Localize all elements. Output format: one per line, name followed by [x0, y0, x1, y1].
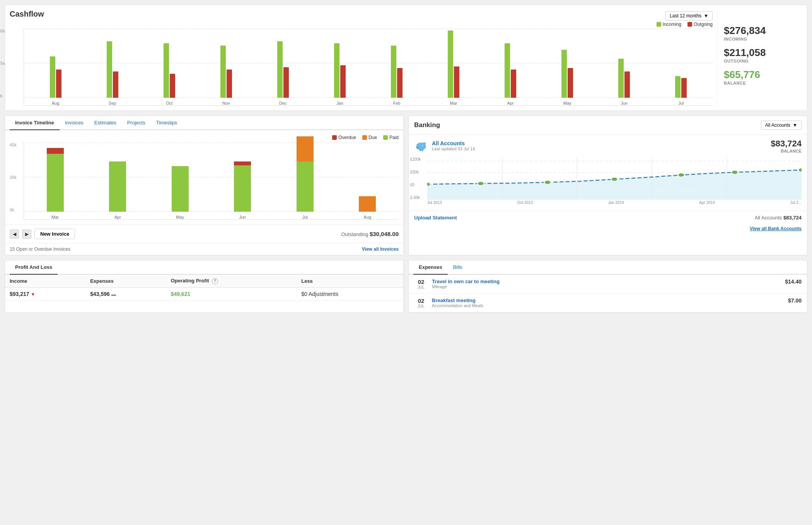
tab-projects[interactable]: Projects: [122, 116, 151, 130]
bar-month-label: Jan: [336, 101, 343, 105]
outstanding-value: $30,048.00: [370, 231, 399, 237]
tab-invoices[interactable]: Invoices: [60, 116, 89, 130]
outgoing-legend-label: Outgoing: [694, 22, 713, 27]
incoming-bar: [220, 46, 226, 98]
svg-point-16: [478, 182, 484, 185]
cashflow-sidebar: $276,834 INCOMING $211,058 OUTGOING $65,…: [717, 10, 802, 106]
view-all-invoices-link[interactable]: View all Invoices: [362, 246, 399, 252]
tab-invoice-timeline[interactable]: Invoice Timeline: [10, 116, 60, 130]
cashflow-chart-container: 50k 25k 0k AugSepOctNovDecJanFebMarAprMa…: [10, 29, 713, 106]
balance-label: BALANCE: [724, 81, 802, 85]
banking-title: Banking: [414, 121, 440, 129]
due-bar: [359, 196, 376, 212]
middle-row: Invoice Timeline Invoices Estimates Proj…: [5, 116, 807, 255]
svg-rect-5: [422, 150, 423, 151]
overdue-bar: [234, 161, 251, 165]
pnl-col-income: Income: [5, 275, 85, 287]
outgoing-legend-item: Outgoing: [687, 22, 713, 27]
paid-bar: [47, 154, 64, 212]
incoming-bar: [107, 41, 112, 98]
due-bar: [297, 136, 314, 161]
pnl-income-value: $93,217 ▼: [5, 287, 85, 300]
outgoing-bar: [113, 71, 118, 98]
pnl-header-row: Income Expenses Operating Profit ? Less: [5, 275, 403, 287]
tab-estimates[interactable]: Estimates: [89, 116, 122, 130]
expenses-tabs: Expenses Bills: [409, 260, 807, 275]
invoice-prev-button[interactable]: ◀: [10, 229, 19, 239]
expense-date: 02 JUL: [414, 297, 428, 308]
svg-point-18: [611, 177, 618, 181]
banking-chart-area: £100k £50k £0 £-50k: [427, 157, 802, 207]
invoice-bar-group: Jun: [212, 143, 274, 219]
cashflow-title: Cashflow: [10, 10, 44, 19]
cashflow-y-labels: 50k 25k 0k: [0, 29, 5, 98]
operating-profit-help-icon[interactable]: ?: [212, 278, 218, 284]
chevron-down-icon: ▼: [704, 13, 708, 19]
cashflow-top: Cashflow Last 12 months ▼: [10, 10, 713, 22]
overdue-legend-label: Overdue: [338, 135, 356, 140]
incoming-bar: [391, 46, 396, 98]
pnl-col-expenses: Expenses: [85, 275, 166, 287]
overdue-legend: Overdue: [332, 135, 356, 140]
banking-x-labels: Jul 2013 Oct 2013 Jan 2014 Apr 2014 Jul …: [427, 200, 802, 205]
account-details: All Accounts Last updated 03 Jul 14: [432, 140, 475, 151]
open-invoices-count: 15 Open or Overdue Invoices: [10, 246, 70, 252]
expense-month: JUL: [414, 304, 428, 308]
outstanding-text: Outstanding $30,048.00: [341, 231, 399, 237]
cashflow-bar-group: Jul: [653, 29, 710, 105]
outgoing-bar: [681, 78, 687, 98]
due-legend-label: Due: [368, 135, 377, 140]
due-legend: Due: [362, 135, 377, 140]
svg-rect-4: [420, 150, 421, 151]
pnl-col-profit: Operating Profit ?: [166, 275, 297, 287]
expense-title[interactable]: Travel in own car to meeting: [432, 279, 781, 284]
pnl-data-row: $93,217 ▼ $43,596 ▬ $49,621 $0 Adjustmen…: [5, 287, 403, 300]
incoming-bar: [675, 76, 681, 98]
tab-bills[interactable]: Bills: [448, 260, 468, 275]
outgoing-bar: [568, 68, 573, 98]
balance-value: $65,776: [724, 69, 802, 81]
cashflow-period-button[interactable]: Last 12 months ▼: [665, 11, 713, 20]
banking-accounts-dropdown[interactable]: All Accounts ▼: [761, 121, 802, 130]
invoice-bar-group: Apr: [87, 143, 149, 219]
incoming-label: INCOMING: [724, 37, 802, 41]
tab-timeslips[interactable]: Timeslips: [151, 116, 183, 130]
cashflow-section: Cashflow Last 12 months ▼ Incoming Outgo…: [5, 5, 807, 111]
invoice-bar-group: Aug: [336, 143, 399, 219]
upload-statement-button[interactable]: Upload Statement: [414, 215, 457, 221]
bar-month-label: Jul: [678, 101, 684, 105]
inv-month-label: Mar: [51, 215, 59, 219]
cashflow-bar-group: Apr: [482, 29, 539, 105]
expense-item: 02 JUL Travel in own car to meeting Mile…: [409, 275, 807, 294]
expense-item: 02 JUL Breakfast meeting Accommodation a…: [409, 294, 807, 313]
expense-amount: $7.00: [788, 297, 802, 304]
account-name[interactable]: All Accounts: [432, 140, 475, 146]
account-balance: $83,724: [771, 139, 802, 149]
expense-category: Mileage: [432, 284, 781, 289]
tab-expenses[interactable]: Expenses: [413, 260, 448, 275]
incoming-bar: [505, 43, 510, 98]
account-balance-block: $83,724 BALANCE: [771, 139, 802, 153]
overdue-bar: [47, 148, 64, 154]
bar-month-label: May: [563, 101, 571, 105]
cashflow-bar-group: Aug: [27, 29, 84, 105]
piggy-bank-icon: [414, 139, 428, 153]
invoice-next-button[interactable]: ▶: [22, 229, 31, 239]
new-invoice-button[interactable]: New Invoice: [34, 229, 75, 239]
inv-month-label: Aug: [363, 215, 371, 219]
svg-point-17: [544, 180, 551, 184]
incoming-legend-color: [657, 22, 661, 27]
outgoing-bar: [454, 66, 459, 98]
tab-profit-loss[interactable]: Profit And Loss: [10, 260, 58, 275]
outgoing-bar: [397, 68, 403, 98]
invoice-panel-footer: 15 Open or Overdue Invoices View all Inv…: [5, 243, 403, 255]
expense-title[interactable]: Breakfast meeting: [432, 297, 784, 303]
invoice-legend: Overdue Due Paid: [10, 135, 399, 140]
view-all-bank-accounts-link[interactable]: View all Bank Accounts: [409, 224, 807, 234]
profit-loss-panel: Profit And Loss Income Expenses Operatin…: [5, 260, 404, 313]
bar-month-label: Oct: [166, 101, 172, 105]
cashflow-bar-group: May: [539, 29, 596, 105]
expense-details: Breakfast meeting Accommodation and Meal…: [432, 297, 784, 308]
inv-month-label: Jul: [302, 215, 308, 219]
outgoing-bar: [283, 67, 289, 98]
